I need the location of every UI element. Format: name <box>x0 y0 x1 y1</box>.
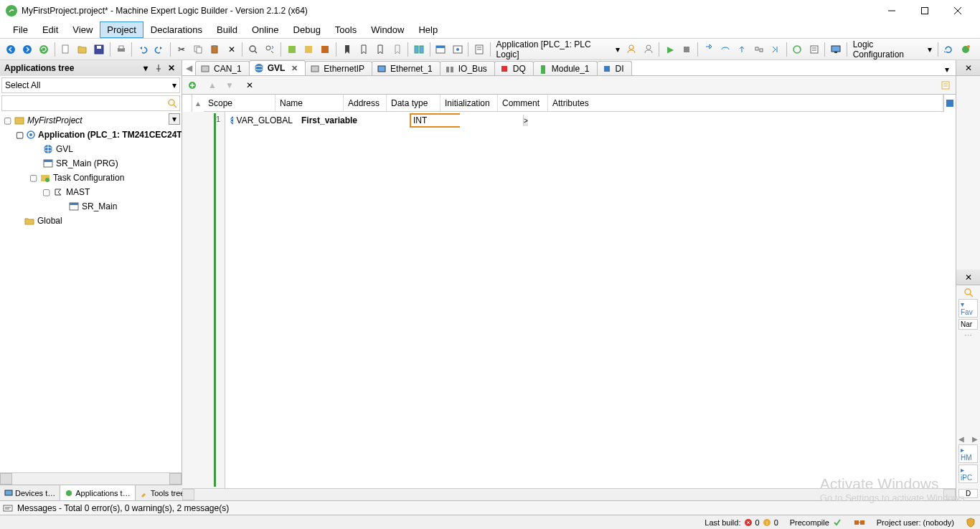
logic-config-dropdown[interactable]: Logic Configuration▾ <box>850 42 935 57</box>
attributes-value[interactable] <box>570 112 956 129</box>
variable-row-1[interactable]: VAR_GLOBAL First_variable > <box>225 112 956 129</box>
run-button[interactable]: ▶ <box>662 42 677 57</box>
text-view-button[interactable] <box>938 78 953 92</box>
open-button[interactable] <box>75 42 90 57</box>
stop-button[interactable] <box>679 42 694 57</box>
bookmark-clear-button[interactable] <box>390 42 405 57</box>
menu-project[interactable]: Project <box>100 22 143 38</box>
scroll-right-arrow[interactable] <box>943 489 956 500</box>
menu-edit[interactable]: Edit <box>35 22 65 38</box>
nav-refresh-button[interactable] <box>37 42 52 57</box>
right-panel-close[interactable]: ✕ <box>956 60 980 76</box>
menu-window[interactable]: Window <box>364 22 411 38</box>
panel-close-button[interactable]: ✕ <box>166 62 177 74</box>
tab-dq[interactable]: DQ <box>494 61 534 75</box>
tool-monitor-button[interactable] <box>828 42 843 57</box>
tree-project-node[interactable]: ▢ MyFirstProject <box>0 113 182 128</box>
applications-tree-tab[interactable]: Applications t… <box>60 485 135 500</box>
tree-global-node[interactable]: Global <box>0 214 182 228</box>
redo-button[interactable] <box>152 42 167 57</box>
name-value[interactable]: First_variable <box>297 112 365 129</box>
nav-forward-button[interactable] <box>19 42 34 57</box>
tab-ethernetip[interactable]: EthernetIP <box>305 61 372 75</box>
editor-scrollbar-horizontal[interactable] <box>182 488 956 500</box>
collapse-icon[interactable]: ▢ <box>29 173 37 183</box>
tree-taskconfig-node[interactable]: ▢ Task Configuration <box>0 171 182 185</box>
col-scope[interactable]: Scope <box>204 95 275 111</box>
delete-button[interactable]: ✕ <box>224 42 239 57</box>
messages-bar[interactable]: Messages - Total 0 error(s), 0 warning(s… <box>0 500 980 515</box>
menu-tools[interactable]: Tools <box>328 22 364 38</box>
menu-file[interactable]: File <box>6 22 35 38</box>
step-button[interactable] <box>751 42 766 57</box>
step-out-button[interactable] <box>735 42 750 57</box>
close-button[interactable] <box>941 0 974 22</box>
select-all-dropdown[interactable]: Select All▾ <box>1 77 180 93</box>
nav-left-icon[interactable]: ◀ <box>958 435 964 443</box>
minimize-button[interactable] <box>875 0 908 22</box>
applications-tree-header[interactable]: Applications tree ▾ ✕ <box>0 60 182 76</box>
nav-right-icon[interactable]: ▶ <box>972 435 978 443</box>
tab-nav-left[interactable]: ◀ <box>184 62 194 74</box>
col-attributes[interactable]: Attributes <box>548 95 943 111</box>
col-name[interactable]: Name <box>275 95 344 111</box>
d-tab[interactable]: D <box>958 489 978 498</box>
tool-dialog2-button[interactable] <box>450 42 465 57</box>
delete-row-button[interactable]: ✕ <box>242 78 257 92</box>
tabs-overflow-button[interactable]: ▾ <box>941 64 953 75</box>
scroll-right-arrow[interactable] <box>169 473 182 485</box>
menu-view[interactable]: View <box>65 22 100 38</box>
paste-button[interactable] <box>207 42 222 57</box>
tree-mast-node[interactable]: ▢ MAST <box>0 185 182 199</box>
menu-debug[interactable]: Debug <box>286 22 328 38</box>
menu-declarations[interactable]: Declarations <box>143 22 209 38</box>
tree-options-button[interactable]: ▾ <box>169 113 180 125</box>
right-panel-close-2[interactable]: ✕ <box>956 270 980 285</box>
tab-can1[interactable]: CAN_1 <box>195 61 250 75</box>
bookmark-next-button[interactable] <box>373 42 388 57</box>
connect-button[interactable] <box>958 42 973 57</box>
cut-button[interactable]: ✂ <box>174 42 189 57</box>
maximize-button[interactable] <box>908 0 941 22</box>
login-button[interactable] <box>624 42 639 57</box>
menu-build[interactable]: Build <box>209 22 245 38</box>
comment-value[interactable] <box>519 112 570 129</box>
tool-form-button[interactable] <box>471 42 486 57</box>
logout-button[interactable] <box>641 42 656 57</box>
nav-back-button[interactable] <box>3 42 18 57</box>
tree-gvl-node[interactable]: GVL <box>0 142 182 156</box>
tab-gvl[interactable]: GVL✕ <box>249 60 306 75</box>
tree-srmain-task-node[interactable]: SR_Main <box>0 199 182 214</box>
col-initialization[interactable]: Initialization <box>440 95 498 111</box>
tree-scrollbar-horizontal[interactable] <box>0 472 182 485</box>
tab-iobus[interactable]: IO_Bus <box>440 61 495 75</box>
save-button[interactable] <box>92 42 107 57</box>
tree-application-node[interactable]: ▢ Application (PLC_1: TM241CEC24T <box>0 128 182 142</box>
tab-di[interactable]: DI <box>597 61 632 75</box>
ipc-tab[interactable]: ▸ iPC <box>958 464 978 483</box>
print-button[interactable] <box>113 42 128 57</box>
tool-cycle-button[interactable] <box>790 42 805 57</box>
tool-b-button[interactable] <box>301 42 316 57</box>
tab-ethernet1[interactable]: Ethernet_1 <box>372 61 440 75</box>
collapse-icon[interactable]: ▢ <box>42 187 50 197</box>
step-over-button[interactable] <box>717 42 732 57</box>
tree-srmain-node[interactable]: SR_Main (PRG) <box>0 156 182 171</box>
step-into-button[interactable] <box>701 42 716 57</box>
bookmark-prev-button[interactable] <box>356 42 371 57</box>
find-replace-button[interactable] <box>263 42 278 57</box>
tab-close-button[interactable]: ✕ <box>291 64 298 73</box>
initialization-value[interactable] <box>462 112 519 129</box>
col-address[interactable]: Address <box>344 95 387 111</box>
find-button[interactable] <box>245 42 260 57</box>
collapse-icon[interactable]: ▢ <box>3 115 11 125</box>
sort-indicator-icon[interactable]: ▴ <box>192 95 204 112</box>
tree-search-box[interactable] <box>1 95 180 111</box>
tab-module1[interactable]: Module_1 <box>533 61 598 75</box>
shield-icon[interactable] <box>966 518 976 528</box>
favorites-tab[interactable]: ▾ Fav <box>958 299 978 318</box>
run-to-cursor-button[interactable] <box>768 42 783 57</box>
scroll-left-arrow[interactable] <box>0 473 12 485</box>
app-context-dropdown[interactable]: Application [PLC_1: PLC Logic]▾ <box>494 42 623 57</box>
col-comment[interactable]: Comment <box>498 95 548 111</box>
